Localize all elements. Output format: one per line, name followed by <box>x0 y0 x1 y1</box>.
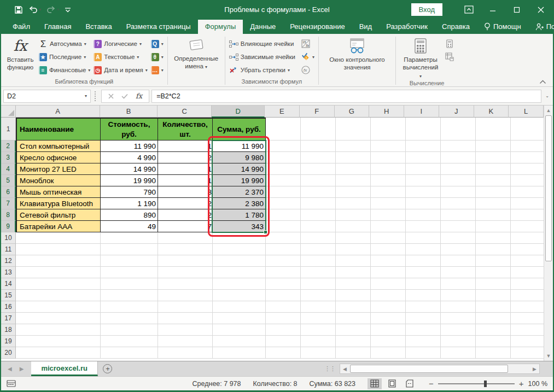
sheet-cell[interactable] <box>266 313 301 324</box>
new-sheet-button[interactable]: + <box>98 361 118 376</box>
tab-view[interactable]: Вид <box>352 20 380 34</box>
sheet-cell[interactable] <box>266 347 301 359</box>
sheet-cell[interactable] <box>441 267 476 278</box>
sheet-cell[interactable] <box>406 186 441 198</box>
sheet-cell[interactable] <box>16 267 101 278</box>
header-cell-name[interactable]: Наименование <box>16 118 101 141</box>
formula-bar-expand-icon[interactable]: ⌄ <box>544 93 551 98</box>
insert-function-icon[interactable]: fx <box>136 92 142 100</box>
sheet-cell[interactable] <box>406 336 441 347</box>
cell-cost[interactable]: 790 <box>101 186 158 198</box>
cell-cost[interactable]: 4 990 <box>101 152 158 163</box>
sheet-cell[interactable] <box>336 209 371 221</box>
sheet-cell[interactable] <box>511 324 546 336</box>
sheet-cell[interactable] <box>266 118 301 141</box>
sheet-cell[interactable] <box>511 141 546 152</box>
insert-function-button[interactable]: fx Вставить функцию <box>3 36 37 78</box>
row-header[interactable]: 18 <box>1 324 16 336</box>
sheet-nav-left-icon[interactable]: ◀ <box>8 366 12 372</box>
sheet-cell[interactable] <box>158 267 213 278</box>
sheet-cell[interactable] <box>441 290 476 301</box>
sheet-cell[interactable] <box>301 255 336 267</box>
sheet-cell[interactable] <box>158 232 213 244</box>
sheet-cell[interactable] <box>371 278 406 290</box>
cell-sum[interactable]: 14 990 <box>213 163 266 175</box>
sheet-cell[interactable] <box>441 232 476 244</box>
sheet-cell[interactable] <box>301 163 336 175</box>
sheet-cell[interactable] <box>158 301 213 313</box>
sheet-cell[interactable] <box>406 347 441 359</box>
header-cell-qty[interactable]: Количество, шт. <box>158 118 213 141</box>
sheet-cell[interactable] <box>441 324 476 336</box>
sheet-cell[interactable] <box>371 324 406 336</box>
tab-home[interactable]: Главная <box>37 20 78 34</box>
sheet-cell[interactable] <box>101 301 158 313</box>
tab-formulas[interactable]: Формулы <box>198 20 243 34</box>
tab-insert[interactable]: Вставка <box>78 20 119 34</box>
sheet-cell[interactable] <box>301 324 336 336</box>
cell-name[interactable]: Стол компьютерный <box>16 141 101 152</box>
sheet-cell[interactable] <box>406 163 441 175</box>
sheet-cell[interactable] <box>158 336 213 347</box>
sheet-cell[interactable] <box>158 244 213 255</box>
cell-sum[interactable]: 2 380 <box>213 198 266 209</box>
tab-file[interactable]: Файл <box>5 20 37 34</box>
name-box[interactable]: D2 ▾ <box>3 90 91 103</box>
column-header-h[interactable]: H <box>369 106 404 118</box>
tabbar-splitter[interactable]: ⋮⋮ <box>324 365 335 372</box>
sheet-cell[interactable] <box>371 186 406 198</box>
sheet-cell[interactable] <box>266 141 301 152</box>
sheet-cell[interactable] <box>476 141 511 152</box>
trace-dependents-button[interactable]: Зависимые ячейки <box>228 50 297 63</box>
sheet-cell[interactable] <box>16 255 101 267</box>
horizontal-scrollbar[interactable]: ◀ ▶ <box>340 364 540 374</box>
sheet-cell[interactable] <box>441 141 476 152</box>
sheet-cell[interactable] <box>406 175 441 186</box>
scroll-up-icon[interactable]: ▲ <box>544 106 553 115</box>
sheet-cell[interactable] <box>16 324 101 336</box>
calculate-sheet-button[interactable] <box>443 50 456 63</box>
row-header[interactable]: 8 <box>1 209 16 221</box>
sheet-cell[interactable] <box>301 301 336 313</box>
confirm-entry-icon[interactable] <box>121 93 128 99</box>
sheet-cell[interactable] <box>441 255 476 267</box>
sheet-cell[interactable] <box>511 336 546 347</box>
row-header[interactable]: 15 <box>1 290 16 301</box>
row-header[interactable]: 19 <box>1 336 16 347</box>
page-break-view-button[interactable] <box>403 378 417 389</box>
sheet-cell[interactable] <box>336 255 371 267</box>
sheet-cell[interactable] <box>101 267 158 278</box>
sheet-cell[interactable] <box>371 163 406 175</box>
sheet-cell[interactable] <box>476 175 511 186</box>
tab-help[interactable]: Справка <box>435 20 477 34</box>
sheet-cell[interactable] <box>406 324 441 336</box>
sheet-cell[interactable] <box>441 186 476 198</box>
sheet-cell[interactable] <box>301 186 336 198</box>
sheet-cell[interactable] <box>336 347 371 359</box>
sheet-cell[interactable] <box>441 313 476 324</box>
sheet-cell[interactable] <box>213 278 266 290</box>
tab-review[interactable]: Рецензирование <box>283 20 352 34</box>
cell-sum[interactable]: 9 980 <box>213 152 266 163</box>
vertical-scrollbar-thumb[interactable] <box>545 115 552 261</box>
row-header[interactable]: 10 <box>1 232 16 244</box>
sheet-cell[interactable] <box>371 313 406 324</box>
sheet-cell[interactable] <box>336 175 371 186</box>
customize-qat-icon[interactable] <box>65 7 71 13</box>
sheet-cell[interactable] <box>476 267 511 278</box>
sheet-cell[interactable] <box>213 301 266 313</box>
sheet-cell[interactable] <box>336 290 371 301</box>
sheet-cell[interactable] <box>266 163 301 175</box>
sheet-cell[interactable] <box>266 267 301 278</box>
sheet-cell[interactable] <box>101 290 158 301</box>
scroll-left-icon[interactable]: ◀ <box>340 364 349 373</box>
sheet-cell[interactable] <box>16 313 101 324</box>
sheet-cell[interactable] <box>476 209 511 221</box>
zoom-slider-thumb[interactable] <box>484 381 487 387</box>
sheet-cell[interactable] <box>101 232 158 244</box>
calculation-options-button[interactable]: Параметры вычислений ▾ <box>398 36 443 79</box>
sheet-cell[interactable] <box>158 313 213 324</box>
sheet-cell[interactable] <box>301 175 336 186</box>
sheet-cell[interactable] <box>476 278 511 290</box>
sheet-cell[interactable] <box>336 118 371 141</box>
